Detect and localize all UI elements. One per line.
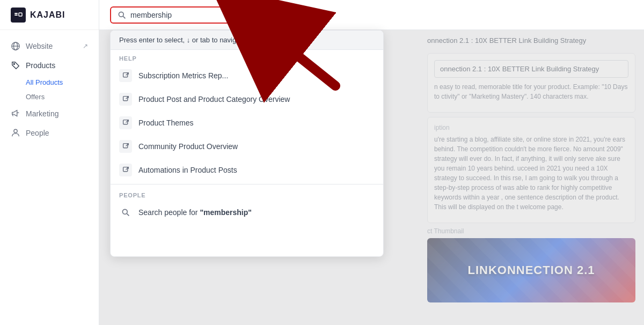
dropdown-item-automations-label: Automations in Product Posts xyxy=(138,166,237,174)
svg-point-9 xyxy=(14,129,17,132)
sidebar-item-products-label: Products xyxy=(26,61,55,70)
image-text: LINKONNECTION 2.1 xyxy=(467,263,595,277)
external-link-box-icon xyxy=(119,69,132,82)
external-link-icon: ↗ xyxy=(83,42,88,50)
link-building-title: onnection 2.1 : 10X BETTER Link Building… xyxy=(427,36,635,45)
dropdown-item-search-people[interactable]: Search people for "membership" xyxy=(111,201,383,224)
external-link-box-icon-3 xyxy=(119,116,132,129)
dropdown-item-product-post-label: Product Post and Product Category Overvi… xyxy=(138,95,290,104)
svg-line-11 xyxy=(123,16,125,18)
svg-rect-1 xyxy=(14,14,18,16)
search-people-label: Search people for "membership" xyxy=(138,208,252,217)
svg-rect-15 xyxy=(123,144,127,148)
title-form-section: onnection 2.1 : 10X BETTER Link Building… xyxy=(427,53,635,113)
help-section-label: HELP xyxy=(111,50,383,64)
search-input[interactable] xyxy=(130,11,258,19)
content-right-panel: onnection 2.1 : 10X BETTER Link Building… xyxy=(419,30,644,325)
top-bar: Press enter to select, ↓ or tab to navig… xyxy=(99,0,644,30)
svg-point-10 xyxy=(119,12,123,17)
svg-rect-2 xyxy=(19,13,22,16)
thumbnail-label: ct Thumbnail xyxy=(427,227,635,235)
dropdown-item-subscription-metrics-label: Subscription Metrics Rep... xyxy=(138,71,228,80)
logo-text: KAJABI xyxy=(30,10,65,20)
svg-rect-12 xyxy=(123,73,127,77)
external-link-box-icon-4 xyxy=(119,140,132,153)
dropdown-item-product-post[interactable]: Product Post and Product Category Overvi… xyxy=(111,87,383,111)
dropdown-item-product-themes-label: Product Themes xyxy=(138,119,193,127)
svg-rect-14 xyxy=(123,120,127,124)
products-sub-nav: All Products Offers xyxy=(0,75,99,104)
globe-icon xyxy=(11,41,20,51)
person-icon xyxy=(11,128,20,138)
description-label: iption xyxy=(434,124,628,131)
dropdown-item-community-product[interactable]: Community Product Overview xyxy=(111,135,383,158)
dropdown-item-product-themes[interactable]: Product Themes xyxy=(111,111,383,135)
title-help-text: n easy to read, memorable title for your… xyxy=(434,82,628,101)
sidebar-item-products[interactable]: Products xyxy=(0,56,99,75)
svg-point-6 xyxy=(13,63,14,64)
logo: KAJABI xyxy=(0,0,99,30)
search-dropdown: Press enter to select, ↓ or tab to navig… xyxy=(110,30,384,257)
sidebar-item-marketing[interactable]: Marketing xyxy=(0,104,99,123)
dropdown-item-subscription-metrics[interactable]: Subscription Metrics Rep... xyxy=(111,64,383,87)
sidebar-item-offers[interactable]: Offers xyxy=(26,90,99,104)
dropdown-item-automations[interactable]: Automations in Product Posts xyxy=(111,158,383,182)
svg-rect-0 xyxy=(14,13,18,14)
sidebar-item-people[interactable]: People xyxy=(0,123,99,143)
search-wrapper: Press enter to select, ↓ or tab to navig… xyxy=(110,6,266,24)
description-form-section: iption u're starting a blog, affiliate s… xyxy=(427,117,635,223)
dropdown-item-community-product-label: Community Product Overview xyxy=(138,142,238,151)
megaphone-icon xyxy=(11,109,20,119)
svg-point-17 xyxy=(122,209,127,214)
main-area: Press enter to select, ↓ or tab to navig… xyxy=(99,0,644,325)
svg-rect-13 xyxy=(123,97,127,101)
logo-icon xyxy=(11,8,26,23)
section-divider xyxy=(111,184,383,184)
svg-line-18 xyxy=(127,213,129,216)
tag-icon xyxy=(11,61,20,70)
search-people-icon xyxy=(119,206,132,219)
sidebar: KAJABI Website ↗ Products All Products O… xyxy=(0,0,99,325)
description-text: u're starting a blog, affiliate site, or… xyxy=(434,135,628,212)
search-input-box[interactable] xyxy=(110,6,266,24)
dropdown-hint: Press enter to select, ↓ or tab to navig… xyxy=(111,31,383,50)
sidebar-item-website-label: Website xyxy=(26,42,53,50)
search-icon xyxy=(118,11,126,19)
sidebar-item-marketing-label: Marketing xyxy=(26,109,58,118)
external-link-box-icon-5 xyxy=(119,164,132,176)
sidebar-item-people-label: People xyxy=(26,129,49,137)
sidebar-nav: Website ↗ Products All Products Offers M… xyxy=(0,30,99,149)
external-link-box-icon-2 xyxy=(119,93,132,106)
sidebar-item-website[interactable]: Website ↗ xyxy=(0,36,99,56)
thumbnail-image: LINKONNECTION 2.1 xyxy=(427,238,635,302)
sidebar-item-all-products[interactable]: All Products xyxy=(26,75,99,90)
svg-rect-16 xyxy=(123,167,127,172)
people-section-label: PEOPLE xyxy=(111,187,383,201)
title-input: onnection 2.1 : 10X BETTER Link Building… xyxy=(434,60,628,78)
